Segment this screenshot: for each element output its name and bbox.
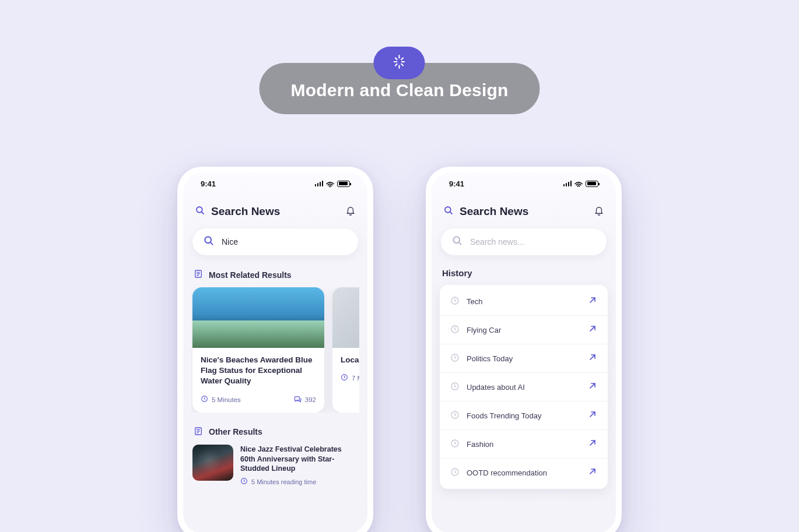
clock-icon — [450, 382, 460, 393]
status-bar: 9:41 — [440, 172, 608, 195]
history-label: Updates about AI — [467, 383, 525, 392]
arrow-up-right-icon — [588, 353, 597, 364]
history-item[interactable]: Updates about AI — [440, 373, 608, 401]
history-label: OOTD recommendation — [467, 468, 547, 477]
read-time: 5 Minutes — [212, 396, 241, 403]
history-label: Fashion — [467, 440, 493, 449]
search-icon — [451, 235, 463, 249]
history-item[interactable]: OOTD recommendation — [440, 459, 608, 487]
arrow-up-right-icon — [588, 324, 597, 336]
phone-mock-history: 9:41 Search News — [426, 167, 622, 532]
sparkle-icon — [392, 54, 407, 72]
page-header: Search News — [191, 195, 359, 225]
svg-line-5 — [402, 64, 404, 66]
wifi-icon — [326, 181, 334, 186]
clock-icon — [450, 353, 460, 364]
svg-line-6 — [395, 64, 397, 66]
clock-icon — [450, 296, 460, 307]
card-image — [192, 287, 324, 348]
related-carousel[interactable]: Nice's Beaches Awarded Blue Flag Status … — [191, 287, 359, 413]
card-title: Local Brings Needy — [341, 355, 359, 365]
svg-line-7 — [402, 58, 404, 60]
other-meta: 5 Minutes reading time — [251, 478, 316, 485]
svg-line-24 — [450, 212, 452, 214]
search-icon — [443, 205, 454, 218]
list-icon — [194, 427, 203, 438]
search-field[interactable] — [192, 228, 358, 255]
search-input[interactable] — [222, 237, 348, 246]
status-bar: 9:41 — [191, 172, 359, 195]
arrow-up-right-icon — [588, 438, 597, 450]
history-item[interactable]: Foods Trending Today — [440, 401, 608, 430]
history-item[interactable]: Flying Car — [440, 316, 608, 344]
hero-banner: Modern and Clean Design — [260, 47, 540, 114]
search-icon — [195, 205, 205, 218]
signal-icon — [315, 181, 324, 186]
comments-icon — [293, 395, 302, 404]
clock-icon — [450, 467, 460, 478]
status-time: 9:41 — [449, 179, 464, 188]
section-label: Most Related Results — [209, 270, 292, 280]
bell-icon[interactable] — [345, 205, 356, 218]
card-title: Nice's Beaches Awarded Blue Flag Status … — [201, 355, 316, 387]
arrow-up-right-icon — [588, 295, 597, 307]
arrow-up-right-icon — [588, 410, 597, 421]
clock-icon — [201, 395, 208, 404]
history-label: Politics Today — [467, 354, 513, 363]
section-history: History — [442, 268, 605, 278]
svg-line-4 — [395, 58, 397, 60]
section-label: Other Results — [209, 427, 262, 436]
section-related: Most Related Results — [194, 269, 357, 280]
status-time: 9:41 — [201, 179, 216, 188]
page-title: Search News — [211, 205, 280, 218]
svg-line-26 — [459, 242, 461, 245]
signal-icon — [563, 181, 572, 186]
history-label: Flying Car — [467, 326, 501, 334]
bell-icon[interactable] — [594, 205, 604, 218]
clock-icon — [450, 410, 460, 421]
arrow-up-right-icon — [588, 467, 597, 478]
phone-mock-results: 9:41 Search News — [177, 167, 373, 532]
card-image — [332, 287, 359, 348]
svg-line-11 — [211, 242, 213, 245]
clock-icon — [450, 439, 460, 450]
result-card[interactable]: Nice's Beaches Awarded Blue Flag Status … — [192, 287, 324, 413]
history-label: Foods Trending Today — [467, 411, 541, 420]
clock-icon — [240, 477, 248, 486]
history-item[interactable]: Tech — [440, 287, 608, 316]
section-other: Other Results — [194, 427, 357, 438]
other-result-row[interactable]: Nice Jazz Festival Celebrates 60th Anniv… — [191, 445, 359, 487]
section-label: History — [442, 268, 472, 278]
clock-icon — [341, 374, 348, 382]
svg-line-9 — [202, 212, 204, 214]
spark-badge — [374, 47, 425, 79]
page-title: Search News — [460, 205, 528, 218]
wifi-icon — [574, 181, 583, 186]
page-header: Search News — [440, 195, 608, 225]
search-icon — [203, 235, 215, 249]
battery-icon — [586, 181, 598, 187]
history-list: Tech Flying Car Politics Today — [440, 285, 608, 489]
other-title: Nice Jazz Festival Celebrates 60th Anniv… — [240, 445, 358, 474]
read-time: 7 M — [352, 375, 359, 382]
search-field[interactable] — [441, 228, 607, 255]
clock-icon — [450, 325, 460, 336]
thumbnail — [192, 445, 233, 481]
battery-icon — [337, 181, 350, 187]
history-item[interactable]: Politics Today — [440, 344, 608, 373]
comments-count: 392 — [305, 396, 316, 403]
history-label: Tech — [467, 297, 482, 306]
arrow-up-right-icon — [588, 381, 597, 393]
history-item[interactable]: Fashion — [440, 430, 608, 459]
result-card[interactable]: Local Brings Needy 7 M — [332, 287, 359, 413]
search-input[interactable] — [470, 237, 596, 246]
list-icon — [194, 269, 203, 280]
